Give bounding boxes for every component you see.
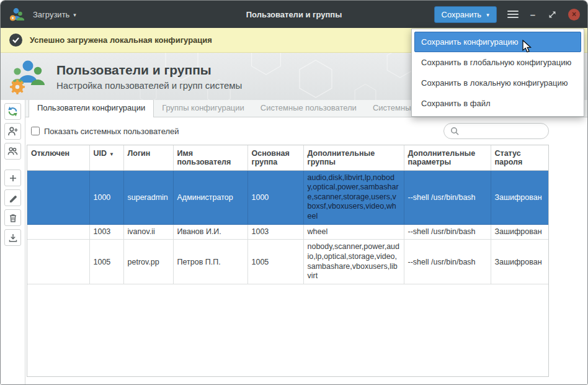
filter-row: Показать системных пользователей bbox=[25, 117, 587, 143]
download-button[interactable] bbox=[4, 229, 21, 246]
col-header-login[interactable]: Логин bbox=[123, 145, 173, 170]
window-title: Пользователи и группы bbox=[246, 10, 342, 19]
minimize-button[interactable]: – bbox=[529, 9, 537, 20]
save-button-label: Сохранить bbox=[442, 10, 482, 19]
sort-desc-icon: ▼ bbox=[109, 152, 114, 157]
toolbar-sidebar bbox=[1, 100, 25, 384]
col-header-password-status[interactable]: Статус пароля bbox=[491, 145, 549, 170]
search-box[interactable] bbox=[443, 123, 549, 139]
load-button-label: Загрузить bbox=[33, 10, 69, 19]
cell-disabled bbox=[27, 224, 89, 240]
restore-button[interactable] bbox=[547, 9, 558, 20]
cell-password-status: Зашифрован bbox=[491, 224, 549, 240]
cell-name: Петров П.П. bbox=[173, 240, 247, 284]
download-icon bbox=[8, 233, 18, 243]
users-table: Отключен UID▼ Логин Имя пользователя Осн… bbox=[27, 145, 549, 284]
app-window: Загрузить ▾ Пользователи и группы Сохран… bbox=[0, 0, 588, 385]
cell-password-status: Зашифрован bbox=[491, 170, 549, 224]
col-header-extra-params[interactable]: Дополнительные параметры bbox=[404, 145, 491, 170]
cell-login: superadmin bbox=[123, 170, 173, 224]
cell-primary-group: 1005 bbox=[247, 240, 303, 284]
users-table-frame: Отключен UID▼ Логин Имя пользователя Осн… bbox=[27, 145, 549, 377]
cell-disabled bbox=[27, 240, 89, 284]
notification-text: Успешно загружена локальная конфигурация bbox=[30, 35, 212, 45]
success-check-icon bbox=[9, 34, 22, 47]
add-button[interactable] bbox=[4, 170, 21, 186]
add-user-icon bbox=[7, 126, 18, 137]
cell-extra-params: --shell /usr/bin/bash bbox=[404, 170, 491, 224]
add-group-button[interactable] bbox=[4, 143, 21, 160]
cell-extra-groups: audio,disk,libvirt,lp,nobody,optical,pow… bbox=[303, 170, 404, 224]
main-area: Пользователи конфигурации Группы конфигу… bbox=[1, 100, 587, 384]
trash-icon bbox=[8, 213, 18, 223]
save-dropdown-menu: Сохранить конфигурацию Сохранить в глоба… bbox=[411, 29, 584, 117]
menu-button[interactable] bbox=[507, 8, 519, 20]
menu-item-save-configuration[interactable]: Сохранить конфигурацию bbox=[414, 32, 581, 52]
add-user-button[interactable] bbox=[4, 123, 21, 140]
cell-disabled bbox=[27, 170, 89, 224]
cell-primary-group: 1000 bbox=[247, 170, 303, 224]
page-subtitle: Настройка пользователей и групп системы bbox=[56, 80, 242, 91]
cell-primary-group: 1003 bbox=[247, 224, 303, 240]
close-icon: × bbox=[572, 10, 576, 19]
refresh-icon bbox=[7, 106, 18, 117]
pencil-icon bbox=[8, 193, 18, 203]
titlebar: Загрузить ▾ Пользователи и группы Сохран… bbox=[1, 1, 587, 28]
tab-system-users[interactable]: Системные пользователи bbox=[252, 99, 365, 117]
col-header-uid[interactable]: UID▼ bbox=[89, 145, 123, 170]
cell-uid: 1005 bbox=[89, 240, 123, 284]
users-groups-icon bbox=[8, 58, 48, 95]
cell-uid: 1000 bbox=[89, 170, 123, 224]
cell-extra-groups: nobody,scanner,power,audio,lp,optical,st… bbox=[303, 240, 404, 284]
add-group-icon bbox=[7, 146, 18, 156]
app-icon bbox=[8, 6, 24, 22]
cell-extra-params: --shell /usr/bin/bash bbox=[404, 224, 491, 240]
gear-icon bbox=[10, 79, 25, 94]
plus-icon bbox=[8, 173, 18, 183]
menu-item-save-local-configuration[interactable]: Сохранить в локальную конфигурацию bbox=[414, 73, 581, 93]
col-header-primary-group[interactable]: Основная группа bbox=[247, 145, 303, 170]
delete-button[interactable] bbox=[4, 209, 21, 226]
content-pane: Пользователи конфигурации Группы конфигу… bbox=[25, 100, 587, 384]
table-row[interactable]: 1003 ivanov.ii Иванов И.И. 1003 wheel --… bbox=[27, 224, 549, 240]
cell-uid: 1003 bbox=[89, 224, 123, 240]
table-row[interactable]: 1000 superadmin Администратор 1000 audio… bbox=[27, 170, 549, 224]
table-row[interactable]: 1005 petrov.pp Петров П.П. 1005 nobody,s… bbox=[27, 240, 549, 284]
close-button[interactable]: × bbox=[568, 9, 580, 20]
col-header-name[interactable]: Имя пользователя bbox=[173, 145, 247, 170]
col-header-extra-groups[interactable]: Дополнительные группы bbox=[303, 145, 404, 170]
page-title: Пользователи и группы bbox=[56, 63, 242, 78]
titlebar-left: Загрузить ▾ bbox=[8, 6, 79, 22]
cell-extra-groups: wheel bbox=[303, 224, 404, 240]
tab-config-users[interactable]: Пользователи конфигурации bbox=[29, 99, 154, 117]
table-header-row: Отключен UID▼ Логин Имя пользователя Осн… bbox=[27, 145, 549, 170]
cell-name: Иванов И.И. bbox=[173, 224, 247, 240]
hamburger-icon bbox=[507, 11, 519, 12]
restore-icon bbox=[548, 11, 556, 19]
show-system-users-label: Показать системных пользователей bbox=[44, 127, 179, 136]
show-system-users-option[interactable]: Показать системных пользователей bbox=[31, 127, 179, 136]
cell-login: petrov.pp bbox=[123, 240, 173, 284]
cell-login: ivanov.ii bbox=[123, 224, 173, 240]
menu-item-save-global-configuration[interactable]: Сохранить в глобальную конфигурацию bbox=[414, 52, 581, 73]
cell-password-status: Зашифрован bbox=[491, 240, 549, 284]
edit-button[interactable] bbox=[4, 189, 21, 206]
titlebar-right: Сохранить ▾ – × bbox=[434, 6, 580, 23]
cell-extra-params: --shell /usr/bin/bash bbox=[404, 240, 491, 284]
col-header-disabled[interactable]: Отключен bbox=[27, 145, 89, 170]
search-icon bbox=[450, 127, 459, 135]
caret-down-icon: ▾ bbox=[486, 12, 489, 18]
tab-config-groups[interactable]: Группы конфигурации bbox=[154, 99, 252, 117]
refresh-button[interactable] bbox=[4, 103, 21, 120]
menu-item-save-to-file[interactable]: Сохранить в файл bbox=[414, 93, 581, 114]
save-button[interactable]: Сохранить ▾ bbox=[434, 6, 497, 23]
caret-down-icon: ▾ bbox=[73, 12, 76, 18]
show-system-users-checkbox[interactable] bbox=[31, 127, 40, 135]
page-header-text: Пользователи и группы Настройка пользова… bbox=[56, 63, 242, 91]
cell-name: Администратор bbox=[173, 170, 247, 224]
load-button[interactable]: Загрузить ▾ bbox=[30, 7, 79, 22]
search-input[interactable] bbox=[463, 127, 542, 136]
